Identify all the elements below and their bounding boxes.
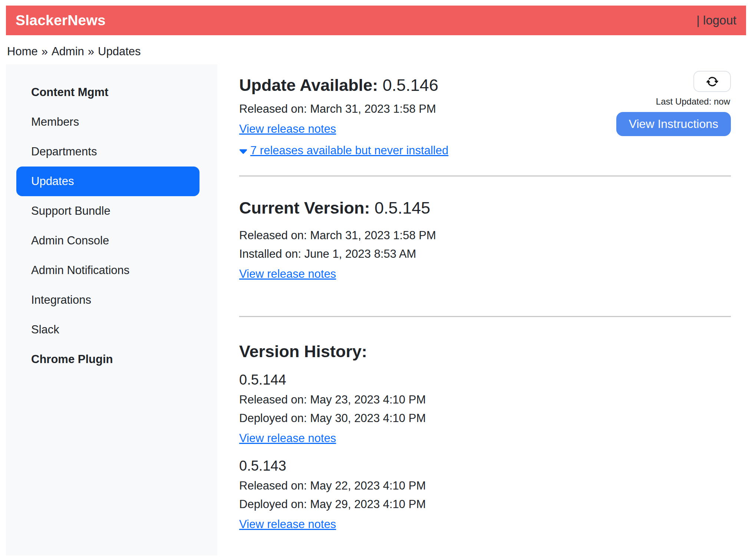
sidebar-item-support-bundle[interactable]: Support Bundle bbox=[6, 196, 217, 226]
sidebar-item-slack[interactable]: Slack bbox=[6, 315, 217, 345]
sidebar-item-content-mgmt[interactable]: Content Mgmt bbox=[6, 78, 217, 107]
history-version-number: 0.5.144 bbox=[239, 371, 731, 388]
section-divider bbox=[239, 175, 731, 177]
history-deployed-on: Deployed on: May 30, 2023 4:10 PM bbox=[239, 411, 731, 426]
version-history-entry: 0.5.143 Released on: May 22, 2023 4:10 P… bbox=[239, 457, 731, 534]
caret-down-icon bbox=[239, 149, 247, 154]
admin-sidebar: Content Mgmt Members Departments Updates… bbox=[6, 64, 217, 556]
top-bar: SlackerNews | logout bbox=[6, 6, 746, 35]
current-release-notes-link[interactable]: View release notes bbox=[239, 266, 336, 282]
refresh-icon bbox=[706, 76, 718, 88]
releases-collapse-link[interactable]: 7 releases available but never installed bbox=[239, 143, 448, 158]
sidebar-item-members[interactable]: Members bbox=[6, 107, 217, 137]
breadcrumb-updates: Updates bbox=[98, 45, 141, 58]
breadcrumb-separator: » bbox=[88, 45, 94, 58]
breadcrumb: Home»Admin»Updates bbox=[7, 45, 746, 58]
history-released-on: Released on: May 22, 2023 4:10 PM bbox=[239, 478, 731, 494]
sidebar-item-chrome-plugin[interactable]: Chrome Plugin bbox=[6, 345, 217, 374]
page-layout: Content Mgmt Members Departments Updates… bbox=[6, 64, 746, 556]
history-deployed-on: Deployed on: May 29, 2023 4:10 PM bbox=[239, 497, 731, 512]
current-version-section: Current Version: 0.5.145 Released on: Ma… bbox=[239, 198, 731, 283]
history-release-notes-link[interactable]: View release notes bbox=[239, 431, 336, 446]
current-version-label: Current Version: bbox=[239, 198, 370, 217]
view-instructions-button[interactable]: View Instructions bbox=[616, 112, 731, 136]
logout-link[interactable]: | logout bbox=[696, 13, 736, 27]
breadcrumb-admin[interactable]: Admin bbox=[52, 45, 84, 58]
refresh-button[interactable] bbox=[693, 71, 731, 92]
main-content: Update Available: 0.5.146 Released on: M… bbox=[217, 64, 746, 556]
update-available-info: Update Available: 0.5.146 Released on: M… bbox=[239, 70, 448, 158]
update-available-title: Update Available: 0.5.146 bbox=[239, 75, 448, 95]
history-release-notes-link[interactable]: View release notes bbox=[239, 517, 336, 532]
version-history-section: Version History: 0.5.144 Released on: Ma… bbox=[239, 342, 731, 534]
breadcrumb-separator: » bbox=[42, 45, 48, 58]
current-installed-on: Installed on: June 1, 2023 8:53 AM bbox=[239, 246, 731, 262]
sidebar-item-departments[interactable]: Departments bbox=[6, 137, 217, 167]
update-available-section: Update Available: 0.5.146 Released on: M… bbox=[239, 70, 731, 158]
update-available-label: Update Available: bbox=[239, 76, 378, 95]
current-version-number: 0.5.145 bbox=[375, 198, 430, 217]
last-updated-text: Last Updated: now bbox=[656, 96, 730, 107]
current-version-title: Current Version: 0.5.145 bbox=[239, 198, 731, 218]
history-released-on: Released on: May 23, 2023 4:10 PM bbox=[239, 392, 731, 408]
version-history-title: Version History: bbox=[239, 342, 731, 362]
breadcrumb-home[interactable]: Home bbox=[7, 45, 38, 58]
current-released-on: Released on: March 31, 2023 1:58 PM bbox=[239, 228, 731, 243]
releases-collapse-label: 7 releases available but never installed bbox=[250, 144, 448, 157]
releases-collapse-row: 7 releases available but never installed bbox=[239, 143, 448, 158]
history-version-number: 0.5.143 bbox=[239, 457, 731, 474]
section-divider bbox=[239, 316, 731, 317]
update-available-version: 0.5.146 bbox=[383, 76, 438, 95]
brand-logo[interactable]: SlackerNews bbox=[16, 12, 106, 29]
sidebar-item-admin-notifications[interactable]: Admin Notifications bbox=[6, 256, 217, 285]
update-actions: Last Updated: now View Instructions bbox=[616, 71, 731, 136]
sidebar-item-updates[interactable]: Updates bbox=[16, 167, 199, 196]
version-history-entry: 0.5.144 Released on: May 23, 2023 4:10 P… bbox=[239, 371, 731, 448]
sidebar-item-integrations[interactable]: Integrations bbox=[6, 285, 217, 315]
sidebar-item-admin-console[interactable]: Admin Console bbox=[6, 226, 217, 256]
update-released-on: Released on: March 31, 2023 1:58 PM bbox=[239, 101, 448, 117]
update-release-notes-link[interactable]: View release notes bbox=[239, 121, 336, 137]
